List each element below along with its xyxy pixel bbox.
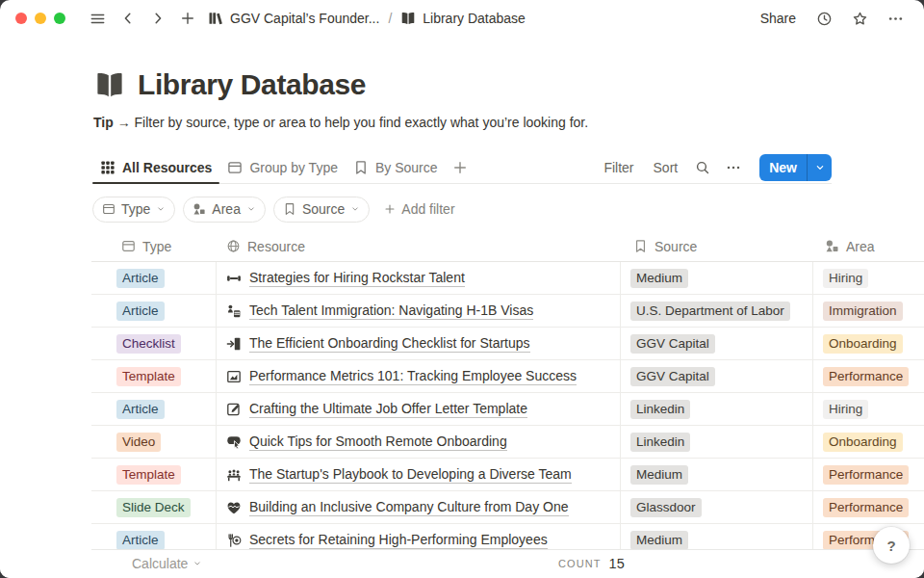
chevron-right-button[interactable] bbox=[144, 6, 170, 32]
search-button[interactable] bbox=[690, 155, 715, 180]
type-tag: Article bbox=[116, 400, 165, 419]
resource-title[interactable]: Tech Talent Immigration: Navigating H-1B… bbox=[249, 302, 533, 320]
new-dropdown-button[interactable] bbox=[808, 154, 832, 181]
cell-area[interactable]: Performance bbox=[813, 360, 924, 392]
cell-source[interactable]: Medium bbox=[621, 262, 813, 294]
filter-chip-area[interactable]: Area bbox=[183, 197, 266, 223]
cell-area[interactable]: Performance bbox=[813, 459, 924, 490]
cell-resource[interactable]: Quick Tips for Smooth Remote Onboarding bbox=[217, 426, 621, 458]
type-tag: Article bbox=[116, 302, 165, 321]
add-view-icon bbox=[452, 160, 468, 175]
resource-title[interactable]: Quick Tips for Smooth Remote Onboarding bbox=[249, 434, 507, 451]
count-summary[interactable]: COUNT 15 bbox=[558, 549, 625, 578]
cell-area[interactable]: Immigration bbox=[813, 295, 924, 327]
column-header-source[interactable]: Source bbox=[621, 231, 813, 261]
resource-title[interactable]: Crafting the Ultimate Job Offer Letter T… bbox=[249, 401, 527, 418]
cell-resource[interactable]: Strategies for Hiring Rockstar Talent bbox=[217, 262, 621, 294]
resource-title[interactable]: The Startup's Playbook to Developing a D… bbox=[249, 466, 572, 484]
table-body: ArticleStrategies for Hiring Rockstar Ta… bbox=[91, 262, 924, 557]
plus-button[interactable] bbox=[174, 6, 200, 32]
cell-resource[interactable]: The Efficient Onboarding Checklist for S… bbox=[217, 328, 621, 359]
cell-type[interactable]: Template bbox=[91, 459, 217, 490]
chevron-left-button[interactable] bbox=[115, 6, 141, 32]
cell-type[interactable]: Article bbox=[91, 295, 217, 327]
breadcrumb-item-ggv-capital-s-founder[interactable]: GGV Capital’s Founder... bbox=[208, 11, 379, 26]
cell-source[interactable]: Linkedin bbox=[621, 426, 813, 458]
column-header-resource[interactable]: Resource bbox=[217, 231, 621, 261]
cell-area[interactable]: Hiring bbox=[813, 262, 924, 294]
table-row: TemplateThe Startup's Playbook to Develo… bbox=[91, 459, 924, 491]
tab-group-by-type[interactable]: Group by Type bbox=[219, 151, 346, 183]
resource-title[interactable]: The Efficient Onboarding Checklist for S… bbox=[249, 335, 530, 353]
column-header-type[interactable]: Type bbox=[91, 231, 217, 261]
cell-resource[interactable]: Tech Talent Immigration: Navigating H-1B… bbox=[217, 295, 621, 327]
type-tag: Video bbox=[116, 433, 161, 452]
dumbbell-icon bbox=[226, 271, 242, 286]
cell-type[interactable]: Checklist bbox=[91, 328, 217, 359]
table-header-row: TypeResourceSourceArea bbox=[91, 231, 924, 262]
cell-area[interactable]: Hiring bbox=[813, 393, 924, 425]
cell-source[interactable]: Medium bbox=[621, 459, 813, 490]
traffic-light-minimize[interactable] bbox=[35, 13, 46, 24]
resource-title[interactable]: Secrets for Retaining High-Performing Em… bbox=[249, 532, 548, 549]
cell-resource[interactable]: Crafting the Ultimate Job Offer Letter T… bbox=[217, 393, 621, 425]
add-view-button[interactable] bbox=[448, 155, 473, 180]
clock-button[interactable] bbox=[811, 6, 837, 32]
tip-text: Tip → Filter by source, type or area to … bbox=[93, 115, 588, 130]
help-button[interactable]: ? bbox=[873, 527, 910, 564]
breadcrumb: GGV Capital’s Founder.../Library Databas… bbox=[208, 11, 526, 26]
column-label: Type bbox=[142, 239, 171, 254]
new-button[interactable]: New bbox=[759, 154, 832, 181]
cell-type[interactable]: Video bbox=[91, 426, 217, 458]
breadcrumb-item-library-database[interactable]: Library Database bbox=[400, 11, 526, 26]
ellipsis-button[interactable] bbox=[883, 6, 909, 32]
area-tag: Hiring bbox=[823, 269, 868, 288]
bookmark-icon bbox=[633, 239, 648, 253]
cell-area[interactable]: Onboarding bbox=[813, 328, 924, 359]
cell-resource[interactable]: Building an Inclusive Company Culture fr… bbox=[217, 491, 621, 523]
cell-type[interactable]: Article bbox=[91, 393, 217, 425]
cell-source[interactable]: Glassdoor bbox=[621, 491, 813, 523]
shapes-icon bbox=[825, 239, 839, 253]
calculate-dropdown[interactable]: Calculate bbox=[132, 549, 202, 578]
source-tag: Glassdoor bbox=[630, 498, 702, 517]
ellipsis-icon bbox=[726, 160, 741, 175]
cursor-click-icon bbox=[226, 434, 242, 450]
ellipsis-button[interactable] bbox=[721, 155, 746, 180]
cell-type[interactable]: Slide Deck bbox=[91, 491, 217, 523]
cell-source[interactable]: GGV Capital bbox=[621, 360, 813, 392]
resource-title[interactable]: Performance Metrics 101: Tracking Employ… bbox=[249, 368, 577, 385]
cell-source[interactable]: U.S. Department of Labor bbox=[621, 295, 813, 327]
cell-area[interactable]: Performance bbox=[813, 491, 924, 523]
add-filter-button[interactable]: Add filter bbox=[384, 201, 454, 217]
filter-chip-source[interactable]: Source bbox=[273, 197, 370, 223]
filter-button[interactable]: Filter bbox=[597, 160, 640, 175]
resource-title[interactable]: Strategies for Hiring Rockstar Talent bbox=[249, 270, 465, 287]
cell-source[interactable]: Linkedin bbox=[621, 393, 813, 425]
cell-type[interactable]: Template bbox=[91, 360, 217, 392]
source-tag: Linkedin bbox=[630, 400, 690, 419]
share-button[interactable]: Share bbox=[755, 11, 802, 26]
tab-by-source[interactable]: By Source bbox=[346, 151, 446, 183]
breadcrumb-label: GGV Capital’s Founder... bbox=[230, 11, 379, 26]
hamburger-button[interactable] bbox=[85, 6, 111, 32]
search-icon bbox=[695, 160, 710, 175]
traffic-light-close[interactable] bbox=[15, 13, 27, 24]
cell-type[interactable]: Article bbox=[91, 262, 217, 294]
cell-resource[interactable]: The Startup's Playbook to Developing a D… bbox=[217, 459, 621, 490]
breadcrumb-label: Library Database bbox=[423, 11, 526, 26]
notion-window: GGV Capital’s Founder.../Library Databas… bbox=[0, 0, 924, 578]
column-header-area[interactable]: Area bbox=[813, 231, 924, 261]
tab-all-resources[interactable]: All Resources bbox=[92, 151, 219, 183]
filter-chip-type[interactable]: Type bbox=[92, 197, 175, 223]
cell-source[interactable]: GGV Capital bbox=[621, 328, 813, 359]
sort-button[interactable]: Sort bbox=[647, 160, 685, 175]
new-button-label[interactable]: New bbox=[759, 154, 807, 181]
table-row: ChecklistThe Efficient Onboarding Checkl… bbox=[91, 328, 924, 360]
cell-area[interactable]: Onboarding bbox=[813, 426, 924, 458]
cell-resource[interactable]: Performance Metrics 101: Tracking Employ… bbox=[217, 360, 621, 392]
traffic-light-zoom[interactable] bbox=[54, 13, 65, 24]
page-title[interactable]: Library Database bbox=[138, 68, 366, 101]
resource-title[interactable]: Building an Inclusive Company Culture fr… bbox=[249, 499, 569, 516]
star-button[interactable] bbox=[847, 6, 873, 32]
